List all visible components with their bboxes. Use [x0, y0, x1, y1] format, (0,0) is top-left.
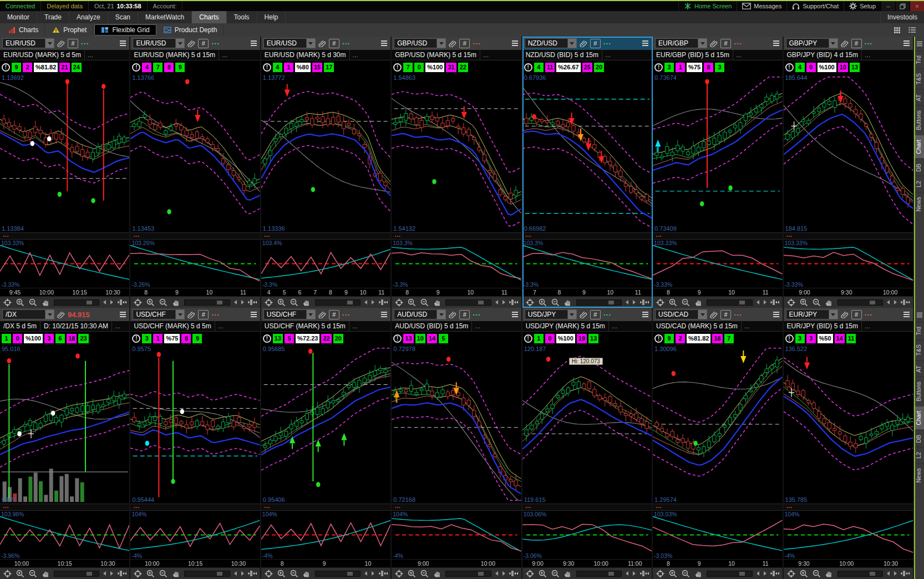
alert-icon[interactable]: !: [132, 334, 140, 343]
symbol-select[interactable]: USD/JPY: [525, 309, 577, 319]
tab-product-depth[interactable]: Product Depth: [158, 24, 224, 35]
study-header-strip[interactable]: ...: [261, 232, 390, 240]
pattern-button[interactable]: #: [459, 39, 470, 48]
symbol-select[interactable]: EUR/USD: [133, 38, 185, 48]
menu-item-scan[interactable]: Scan: [108, 11, 138, 23]
scroll-left-button[interactable]: [494, 299, 500, 306]
side-tab-l2[interactable]: L2: [915, 447, 924, 463]
scroll-left-button[interactable]: [624, 299, 630, 306]
menu-item-charts[interactable]: Charts: [192, 11, 226, 23]
grid-layout-button[interactable]: [893, 27, 901, 34]
title-menu-dots[interactable]: ...: [472, 322, 483, 330]
alert-icon[interactable]: !: [2, 63, 10, 72]
more-options-dots[interactable]: ...: [473, 311, 481, 314]
menu-item-analyze[interactable]: Analyze: [69, 11, 108, 23]
study-header-strip[interactable]: ...: [0, 504, 129, 511]
symbol-select[interactable]: USD/CAD: [655, 309, 707, 319]
close-button[interactable]: ×: [910, 1, 924, 11]
menu-item-marketwatch[interactable]: MarketWatch: [138, 11, 192, 23]
main-chart-canvas[interactable]: 1.548631.54132: [392, 74, 521, 232]
scroll-left-button[interactable]: [885, 571, 891, 577]
more-options-dots[interactable]: ...: [211, 40, 220, 43]
scrollbar-thumb[interactable]: [478, 572, 484, 576]
symbol-select[interactable]: /DX: [2, 309, 54, 319]
home-screen-button[interactable]: Home Screen: [678, 1, 737, 11]
scrollbar-thumb[interactable]: [739, 572, 745, 576]
chart-scrollbar[interactable]: [837, 571, 883, 577]
zoom-out-tool[interactable]: [27, 568, 39, 578]
splitter-button[interactable]: [247, 297, 258, 307]
main-chart-canvas[interactable]: 136.522135.785: [784, 345, 913, 504]
cell-menu-icon[interactable]: [772, 39, 780, 47]
cell-menu-icon[interactable]: [380, 39, 388, 47]
title-menu-dots[interactable]: ...: [733, 51, 744, 59]
chart-scrollbar[interactable]: [576, 571, 622, 577]
side-tab-chart[interactable]: Chart: [915, 406, 924, 430]
zoom-in-tool[interactable]: [667, 568, 679, 578]
title-menu-dots[interactable]: ...: [602, 51, 613, 59]
pan-tool[interactable]: [562, 297, 574, 307]
study-header-strip[interactable]: ...: [0, 232, 129, 240]
link-charts-icon[interactable]: [318, 311, 326, 318]
study-header-strip[interactable]: ...: [392, 232, 521, 240]
main-chart-canvas[interactable]: 1.136921.13384: [0, 74, 129, 232]
splitter-button[interactable]: [247, 568, 258, 578]
feed-status[interactable]: Delayed data: [41, 1, 89, 11]
chevron-down-icon[interactable]: [698, 39, 707, 48]
chart-scrollbar[interactable]: [707, 299, 752, 306]
alert-icon[interactable]: !: [393, 63, 402, 72]
alert-icon[interactable]: !: [393, 334, 402, 343]
chevron-down-icon[interactable]: [45, 39, 54, 48]
alert-icon[interactable]: !: [263, 334, 271, 343]
scroll-right-button[interactable]: [501, 299, 507, 306]
symbol-select[interactable]: USD/CHF: [263, 309, 316, 319]
chart-scrollbar[interactable]: [54, 571, 99, 577]
more-options-dots[interactable]: ...: [603, 40, 612, 43]
main-chart-canvas[interactable]: 0.729780.72168: [392, 345, 521, 504]
title-menu-dots[interactable]: ...: [862, 322, 873, 330]
symbol-select[interactable]: USD/CHF: [133, 309, 185, 319]
crosshair-tool[interactable]: [393, 568, 405, 578]
pan-tool[interactable]: [431, 297, 443, 307]
cell-menu-icon[interactable]: [641, 39, 649, 47]
pattern-button[interactable]: #: [720, 310, 731, 319]
title-menu-dots[interactable]: ...: [215, 322, 226, 330]
crosshair-tool[interactable]: [785, 297, 797, 307]
title-menu-dots[interactable]: ...: [85, 51, 96, 59]
pattern-button[interactable]: #: [198, 310, 209, 319]
side-tab-trd[interactable]: Trd: [915, 50, 924, 68]
main-chart-canvas[interactable]: 95.01694.76: [0, 345, 129, 504]
pan-tool[interactable]: [170, 297, 182, 307]
pattern-button[interactable]: #: [851, 310, 862, 319]
study-canvas[interactable]: 103.06%-3.06%: [522, 511, 652, 560]
alert-icon[interactable]: !: [654, 334, 663, 343]
splitter-button[interactable]: [900, 568, 911, 578]
symbol-select[interactable]: GBP/USD: [394, 38, 446, 48]
minimize-button[interactable]: –: [881, 1, 895, 11]
cell-menu-icon[interactable]: [119, 39, 127, 47]
zoom-in-tool[interactable]: [276, 568, 287, 578]
main-chart-canvas[interactable]: 0.956850.95406: [261, 345, 390, 504]
scroll-left-button[interactable]: [755, 299, 761, 306]
splitter-button[interactable]: [769, 297, 781, 307]
link-charts-icon[interactable]: [57, 39, 65, 47]
scroll-left-button[interactable]: [101, 571, 108, 577]
support-chat-button[interactable]: Support/Chat: [786, 1, 844, 11]
scrollbar-thumb[interactable]: [217, 301, 222, 304]
link-charts-icon[interactable]: [57, 311, 65, 318]
zoom-in-tool[interactable]: [14, 568, 26, 578]
scroll-left-button[interactable]: [232, 299, 238, 306]
chevron-down-icon[interactable]: [567, 310, 576, 319]
crosshair-tool[interactable]: [654, 297, 666, 307]
study-header-strip[interactable]: ...: [130, 232, 260, 240]
study-canvas[interactable]: 103.26%-3.26%: [130, 240, 260, 288]
crosshair-tool[interactable]: [785, 568, 797, 578]
pan-tool[interactable]: [824, 297, 835, 307]
link-charts-icon[interactable]: [187, 39, 195, 47]
title-menu-dots[interactable]: ...: [350, 51, 361, 59]
zoom-in-tool[interactable]: [667, 297, 679, 307]
zoom-out-tool[interactable]: [288, 297, 300, 307]
scroll-right-button[interactable]: [370, 571, 376, 577]
more-options-dots[interactable]: ...: [473, 40, 481, 43]
pan-tool[interactable]: [693, 297, 704, 307]
